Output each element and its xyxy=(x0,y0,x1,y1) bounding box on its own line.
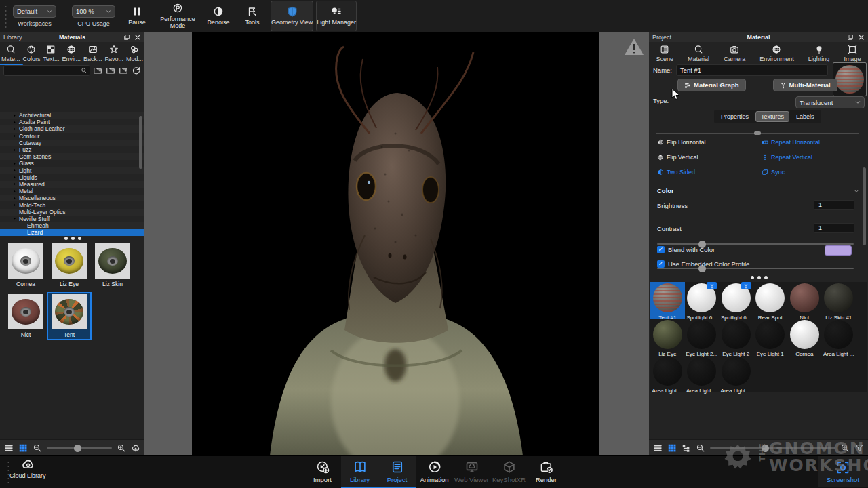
list-view-icon[interactable] xyxy=(4,443,14,453)
expand-arrow-icon[interactable] xyxy=(12,182,18,186)
contrast-value[interactable]: 1 xyxy=(814,223,854,233)
project-tab-environment[interactable]: Environment xyxy=(760,45,794,65)
bottombar-render-button[interactable]: Render xyxy=(528,456,565,487)
close-icon[interactable] xyxy=(134,34,141,41)
expand-arrow-icon[interactable] xyxy=(12,148,18,152)
zoom-in-icon[interactable] xyxy=(840,443,850,453)
project-material-nict[interactable]: Nict xyxy=(787,282,822,319)
library-tab-back[interactable]: Back... xyxy=(83,45,102,65)
pause-button[interactable]: Pause xyxy=(121,1,153,30)
list-view-icon[interactable] xyxy=(653,443,663,453)
flip-horizontal-toggle[interactable]: Flip Horizontal xyxy=(657,139,706,146)
bottombar-import-button[interactable]: Import xyxy=(304,456,341,487)
multi-material-button[interactable]: Multi-Material xyxy=(773,79,837,92)
library-material-nict[interactable]: Nict xyxy=(4,293,47,340)
project-material-eye-light-2[interactable]: Eye Light 2 xyxy=(719,319,753,355)
subtab-properties[interactable]: Properties xyxy=(715,111,754,122)
tree-item-light[interactable]: Light xyxy=(0,167,144,174)
tools-button[interactable]: Tools xyxy=(237,1,268,30)
tree-item-metal[interactable]: Metal xyxy=(0,188,144,195)
library-tab-mate[interactable]: Mate... xyxy=(1,45,20,65)
tree-item-architectural[interactable]: Architectural xyxy=(0,112,144,119)
project-material-eye-light-1[interactable]: Eye Light 1 xyxy=(753,319,788,355)
library-page-dots[interactable] xyxy=(64,237,81,240)
project-material-area-light-[interactable]: Area Light ... xyxy=(719,355,753,392)
bottombar-web-viewer-button[interactable]: Web Viewer xyxy=(453,456,490,487)
project-page-dots[interactable] xyxy=(751,276,768,279)
expand-arrow-icon[interactable] xyxy=(12,168,18,173)
embedded-profile-checkbox[interactable]: ✓ xyxy=(657,260,665,268)
project-tab-camera[interactable]: Camera xyxy=(724,45,745,65)
thumbnail-size-slider[interactable] xyxy=(710,447,835,449)
cpu-usage-dropdown[interactable]: 100 % xyxy=(72,5,115,18)
tree-item-lizard[interactable]: Lizard xyxy=(0,229,144,236)
grid-view-icon[interactable] xyxy=(667,443,677,453)
color-section-header[interactable]: Color xyxy=(657,187,859,195)
brightness-value[interactable]: 1 xyxy=(814,200,854,210)
slider-thumb[interactable] xyxy=(74,445,81,452)
flip-vertical-toggle[interactable]: Flip Vertical xyxy=(657,154,698,161)
expand-arrow-icon[interactable] xyxy=(12,216,18,221)
library-search-input[interactable] xyxy=(3,65,90,76)
library-material-cornea[interactable]: Cornea xyxy=(4,242,47,289)
tree-item-glass[interactable]: Glass xyxy=(0,160,144,167)
divider-handle[interactable] xyxy=(754,131,761,135)
project-material-liz-eye[interactable]: Liz Eye xyxy=(650,319,685,355)
material-preview[interactable] xyxy=(833,62,867,96)
library-material-tent[interactable]: Tent xyxy=(47,293,91,340)
warning-icon[interactable] xyxy=(623,37,645,59)
project-material-cornea[interactable]: Cornea xyxy=(787,319,822,355)
import-folder-icon[interactable] xyxy=(119,66,128,75)
tree-item-cloth-and-leather[interactable]: Cloth and Leather xyxy=(0,125,144,132)
material-name-input[interactable]: Tent #1 xyxy=(676,64,828,76)
project-material-liz-skin-1[interactable]: Liz Skin #1 xyxy=(822,282,856,319)
screenshot-button[interactable]: Screenshot xyxy=(818,456,868,487)
viewport-canvas[interactable] xyxy=(192,32,599,455)
tree-item-measured[interactable]: Measured xyxy=(0,181,144,188)
library-material-liz-eye[interactable]: Liz Eye xyxy=(47,242,91,289)
project-tab-scene[interactable]: Scene xyxy=(656,45,674,65)
project-material-spotlight-6-[interactable]: Spotlight 6... xyxy=(719,282,753,319)
tree-item-multi-layer-optics[interactable]: Multi-Layer Optics xyxy=(0,209,144,216)
expand-arrow-icon[interactable] xyxy=(12,203,18,207)
library-material-liz-skin[interactable]: Liz Skin xyxy=(91,242,134,289)
tree-item-liquids[interactable]: Liquids xyxy=(0,174,144,181)
slider-thumb[interactable] xyxy=(762,445,769,452)
blend-with-color-checkbox[interactable]: ✓ xyxy=(657,246,665,253)
project-material-eye-light-2-[interactable]: Eye Light 2... xyxy=(685,319,719,355)
tree-item-ehmeah[interactable]: Ehmeah xyxy=(0,222,144,229)
tree-item-cutaway[interactable]: Cutaway xyxy=(0,140,144,146)
project-material-spotlight-6-[interactable]: Spotlight 6... xyxy=(685,282,719,319)
expand-arrow-icon[interactable] xyxy=(12,161,18,166)
project-material-area-light-[interactable]: Area Light ... xyxy=(685,355,719,392)
light-manager-button[interactable]: Light Manager xyxy=(316,1,357,31)
contrast-slider[interactable] xyxy=(657,268,854,269)
expand-arrow-icon[interactable] xyxy=(12,175,18,180)
zoom-out-icon[interactable] xyxy=(33,443,42,453)
project-material-tent-1[interactable]: Tent #1 xyxy=(650,282,685,319)
tree-view-icon[interactable] xyxy=(682,443,691,453)
project-tab-lighting[interactable]: Lighting xyxy=(808,45,830,65)
bottombar-animation-button[interactable]: Animation xyxy=(416,456,453,487)
subtab-labels[interactable]: Labels xyxy=(791,111,820,122)
expand-arrow-icon[interactable] xyxy=(12,189,18,194)
material-type-dropdown[interactable]: Translucent xyxy=(795,96,865,108)
library-tab-mod[interactable]: Mod... xyxy=(126,45,143,65)
popout-icon[interactable] xyxy=(123,34,130,41)
cloud-upload-icon[interactable] xyxy=(131,443,140,453)
properties-scrollbar[interactable] xyxy=(863,167,866,245)
brightness-slider[interactable] xyxy=(657,243,854,245)
toolbar-drag-handle[interactable] xyxy=(4,5,8,28)
project-material-area-light-[interactable]: Area Light ... xyxy=(650,355,685,392)
expand-arrow-icon[interactable] xyxy=(12,113,18,118)
project-material-area-light-[interactable]: Area Light ... xyxy=(822,319,856,355)
expand-arrow-icon[interactable] xyxy=(12,120,18,125)
subtab-textures[interactable]: Textures xyxy=(755,111,789,122)
library-tab-favo[interactable]: Favo... xyxy=(104,45,123,65)
thumbnail-size-slider[interactable] xyxy=(47,447,112,449)
sync-toggle[interactable]: Sync xyxy=(762,169,785,176)
tree-item-neville-stuff[interactable]: Neville Stuff xyxy=(0,216,144,222)
cloud-library-button[interactable]: Cloud Library xyxy=(9,458,46,479)
library-tab-envir[interactable]: Envir... xyxy=(62,45,81,65)
bottombar-library-button[interactable]: Library xyxy=(341,456,378,488)
